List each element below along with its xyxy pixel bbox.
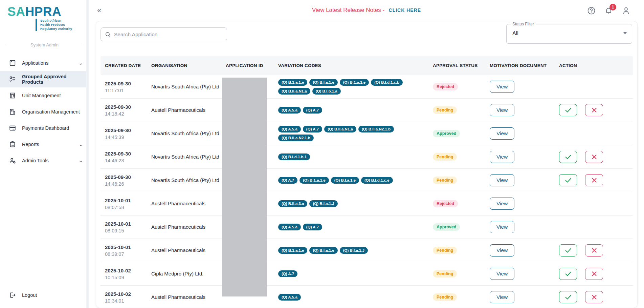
view-document-button[interactable]: View [490,151,514,163]
created-date: 2025-10-02 [105,291,147,297]
approval-status-cell: Approved [433,130,490,137]
logo-tagline-line: Regulatory Authority [40,27,89,31]
organisation-cell: Novartis South Africa (Pty) Ltd [151,153,226,160]
logout-icon [9,291,16,299]
unit-building-icon [9,92,16,99]
topbar: « View Latest Release Notes - CLICK HERE… [89,0,644,21]
view-document-button[interactable]: View [490,221,514,233]
reject-button[interactable] [585,291,603,303]
status-filter-label: Status Filter [511,22,536,26]
motivation-document-cell: View [490,268,559,280]
approve-button[interactable] [559,268,577,280]
reject-button[interactable] [585,104,603,116]
x-icon [591,107,597,113]
variation-code-pill: (Q) B.I.a.1.J [340,247,368,254]
help-icon[interactable] [587,6,596,15]
created-time: 14:18:42 [105,111,147,117]
reject-button[interactable] [585,268,603,280]
logo-tagline: South African Health Products Regulatory… [36,19,89,31]
view-document-button[interactable]: View [490,174,514,186]
organisation-cell: Austell Pharmaceuticals [151,107,226,114]
topbar-icons: 1 [587,6,630,15]
check-icon [564,154,572,160]
search-box [101,27,227,41]
table-header-row: CREATED DATEORGANISATIONAPPLICATION IDVA… [101,56,633,75]
sidebar-collapse-icon[interactable]: « [97,7,101,14]
notification-count-badge: 1 [609,4,616,11]
status-badge: Approved [433,130,460,137]
main-area: « View Latest Release Notes - CLICK HERE… [89,0,644,308]
variation-code-pill: (Q) B.II.a.N2.1.b [278,135,314,141]
variation-codes-cell: (Q) A.5.a(Q) A.7 [278,107,433,114]
reject-button[interactable] [585,151,603,163]
content-card: Status Filter All CREATED DATEORGANISATI… [96,21,638,308]
release-notes-text: View Latest Release Notes - [312,7,384,13]
approve-button[interactable] [559,291,577,303]
variation-code-pill: (Q) B.II.a.N1.a [278,88,310,95]
status-badge: Pending [433,270,457,278]
view-document-button[interactable]: View [490,104,514,116]
approve-button[interactable] [559,244,577,256]
view-document-button[interactable]: View [490,268,514,280]
table-row: 2025-10-02 10:15:09 Cipla Medpro (Pty) L… [101,262,633,286]
motivation-document-cell: View [490,151,559,163]
search-input[interactable] [114,32,223,38]
view-document-button[interactable]: View [490,291,514,303]
variation-code-pill: (Q) B.I.d.1.c.b [371,79,403,86]
check-icon [564,247,572,253]
approve-button[interactable] [559,174,577,186]
sidebar-item-label: Admin Tools [22,158,79,163]
status-filter-select[interactable]: Status Filter All [506,24,632,44]
created-date: 2025-09-30 [105,151,147,157]
sidebar-item-reports[interactable]: Reports⌄ [0,136,89,152]
variation-code-pill: (Q) A.5.a [278,107,301,114]
reject-button[interactable] [585,174,603,186]
status-badge: Pending [433,153,457,161]
created-date: 2025-09-30 [105,127,147,133]
created-date-cell: 2025-09-30 14:18:42 [105,104,151,117]
sidebar-item-organisation-management[interactable]: Organisation Management [0,104,89,120]
variation-codes-cell: (Q) A.5.a(Q) A.7(Q) B.II.a.N1.a(Q) B.II.… [278,126,433,141]
approval-status-cell: Pending [433,293,490,301]
variation-code-pill: (Q) B.I.a.1.J [309,200,337,207]
approve-button[interactable] [559,151,577,163]
created-date-cell: 2025-09-30 14:45:39 [105,127,151,140]
x-icon [591,294,597,300]
view-document-button[interactable]: View [490,198,514,210]
table-row: 2025-09-30 11:17:01 Novartis South Afric… [101,75,633,99]
release-notes-link[interactable]: CLICK HERE [389,7,421,13]
logout-button[interactable]: Logout [0,287,89,303]
sidebar-item-unit-management[interactable]: Unit Management [0,87,89,104]
view-document-button[interactable]: View [490,81,514,93]
reject-button[interactable] [585,244,603,256]
sidebar-item-applications[interactable]: Applications⌄ [0,55,89,71]
view-document-button[interactable]: View [490,127,514,140]
variation-code-pill: (Q) B.1.a.1.e [299,177,329,184]
motivation-document-cell: View [490,198,559,210]
view-document-button[interactable]: View [490,244,514,256]
sidebar-item-grouped-approved-products[interactable]: Grouped Approved Products [0,71,89,87]
motivation-document-cell: View [490,291,559,303]
variation-code-pill: (Q) A.7 [303,107,322,114]
sidebar-item-label: Organisation Management [22,109,83,115]
variation-codes-cell: (Q) A.5.a(Q) A.7 [278,224,433,230]
sidebar-item-admin-tools[interactable]: Admin Tools⌄ [0,152,89,169]
variation-code-pill: (Q) B.I.b.1.a [312,88,341,95]
x-icon [591,177,597,183]
redacted-application-ids [222,78,267,296]
notifications-bell-icon[interactable]: 1 [604,6,613,15]
sidebar-item-payments-dashboard[interactable]: Payments Dashboard [0,120,89,136]
motivation-document-cell: View [490,81,559,93]
created-date: 2025-10-01 [105,221,147,227]
created-time: 10:34:01 [105,298,147,304]
user-profile-icon[interactable] [622,6,630,15]
x-icon [591,247,597,253]
created-time: 08:39:07 [105,251,147,257]
variation-code-pill: (Q) B.1.a.1.e [278,247,307,254]
column-header: ORGANISATION [151,60,226,72]
check-icon [564,107,572,113]
chevron-down-icon: ⌄ [79,158,83,164]
column-header: MOTIVATION DOCUMENT [490,60,559,72]
approve-button[interactable] [559,104,577,116]
variation-code-pill: (Q) A.7 [303,224,322,230]
